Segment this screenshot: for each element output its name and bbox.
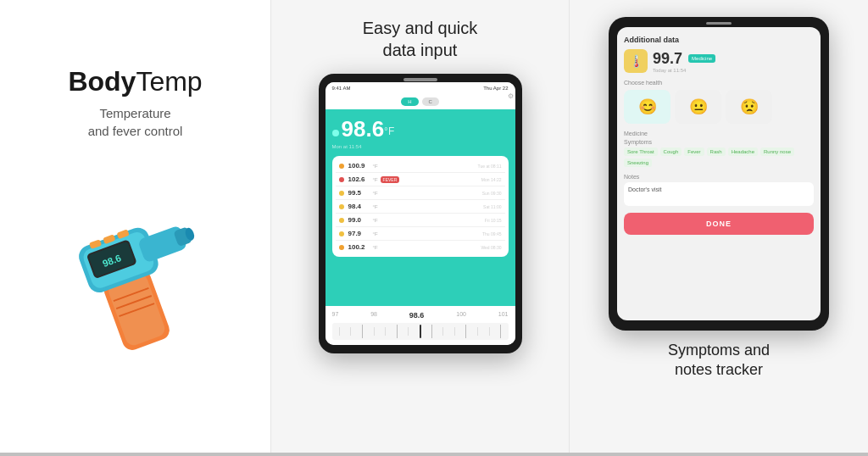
- dot-orange-2: [339, 245, 344, 250]
- brand-title: BodyTemp: [68, 67, 202, 97]
- brand-light: Temp: [136, 66, 202, 97]
- dot-yellow: [339, 191, 344, 196]
- panel-data-input: Easy and quick data input 9:41 AM Thu Ap…: [271, 0, 570, 453]
- tick: [477, 327, 478, 336]
- dot-red: [339, 177, 344, 182]
- tick: [454, 327, 455, 336]
- tablet-screen-1: 9:41 AM Thu Apr 22 H C ⚙ 98.6 °F Mo: [326, 82, 515, 345]
- tablet-mockup-1: 9:41 AM Thu Apr 22 H C ⚙ 98.6 °F Mo: [319, 74, 522, 353]
- emoji-neutral[interactable]: 😐: [675, 90, 721, 124]
- tablet-scale: 97 98 98.6 100 101: [326, 306, 515, 345]
- panel3-title: Symptoms and notes tracker: [668, 341, 770, 381]
- symptom-headache[interactable]: Headache: [728, 147, 758, 156]
- fever-badge: FEVER: [381, 176, 400, 183]
- additional-data-title: Additional data: [624, 36, 814, 44]
- tablet-notch-2: [706, 22, 732, 25]
- scale-current: 98.6: [409, 311, 425, 320]
- tablet-status-bar: 9:41 AM Thu Apr 22: [326, 82, 515, 94]
- tablet-tab-bar: H C ⚙: [326, 94, 515, 109]
- tick: [442, 327, 443, 336]
- tablet-mockup-2: Additional data 🌡️ 99.7 Medicine Today a…: [609, 17, 829, 331]
- medicine-label: Medicine: [624, 131, 814, 136]
- notes-box[interactable]: Doctor's visit: [624, 182, 814, 206]
- tablet-screen-2: Additional data 🌡️ 99.7 Medicine Today a…: [617, 27, 821, 320]
- main-temperature: 98.6: [342, 116, 385, 142]
- list-item: 100.9°F Tue at 08:11: [336, 159, 505, 173]
- main-temp-unit: °F: [384, 125, 394, 137]
- settings-icon[interactable]: ⚙: [508, 92, 514, 100]
- choose-health-label: Choose health: [624, 80, 814, 86]
- list-item: 100.2°F Wed 08:30: [336, 241, 505, 253]
- tab-chart[interactable]: C: [422, 97, 439, 106]
- tick-tall: [500, 325, 501, 338]
- symptom-runny-nose[interactable]: Runny nose: [760, 147, 794, 156]
- main-temp-date: Mon at 11:54: [332, 144, 509, 149]
- dot-green: [339, 204, 344, 209]
- list-item: 98.4°F Sat 11:00: [336, 200, 505, 214]
- display-temperature: 99.7: [653, 50, 682, 68]
- temp-sub-date: Today at 11:54: [653, 68, 715, 73]
- dot-green-2: [339, 231, 344, 236]
- tick: [489, 327, 490, 336]
- list-item: 99.5°F Sun 09:30: [336, 186, 505, 200]
- brand-subtitle: Temperature and fever control: [68, 104, 202, 140]
- medicine-pill: Medicine: [688, 54, 715, 63]
- main-container: BodyTemp Temperature and fever control: [0, 0, 868, 453]
- temp-dot-indicator: [332, 130, 339, 136]
- list-item: 97.9°F Thu 09:45: [336, 227, 505, 241]
- temp-display-row: 🌡️ 99.7 Medicine Today at 11:54: [624, 49, 814, 73]
- tablet-notch: [403, 78, 437, 81]
- status-date: Thu Apr 22: [483, 86, 508, 91]
- notes-text: Doctor's visit: [628, 186, 810, 192]
- list-item: 102.6°F FEVER Mon 14:22: [336, 173, 505, 186]
- temp-icon-box: 🌡️: [624, 49, 648, 73]
- dot-orange: [339, 164, 344, 169]
- symptom-sore-throat[interactable]: Sore Throat: [624, 147, 658, 156]
- symptom-rash[interactable]: Rash: [707, 147, 726, 156]
- tablet-content: 98.6 °F Mon at 11:54 100.9°F Tue at 08:1…: [326, 109, 515, 306]
- panel-symptoms: Additional data 🌡️ 99.7 Medicine Today a…: [570, 0, 868, 453]
- symptom-fever[interactable]: Fever: [684, 147, 704, 156]
- tick: [339, 327, 340, 336]
- tab-list[interactable]: H: [401, 97, 418, 106]
- brand-bold: Body: [68, 66, 136, 97]
- temp-info: 99.7 Medicine Today at 11:54: [653, 50, 715, 73]
- emoji-sad[interactable]: 😟: [726, 90, 772, 124]
- scale-numbers: 97 98 98.6 100 101: [332, 311, 509, 320]
- panel2-title: Easy and quick data input: [363, 17, 478, 61]
- scroll-bar[interactable]: [0, 453, 868, 456]
- tick-tall: [431, 325, 432, 338]
- symptom-cough[interactable]: Cough: [660, 147, 682, 156]
- notes-label: Notes: [624, 174, 814, 180]
- temperature-scale-bar[interactable]: [332, 323, 509, 340]
- tick: [350, 327, 351, 336]
- symptom-sneezing[interactable]: Sneezing: [624, 158, 652, 167]
- done-button[interactable]: DONE: [624, 213, 814, 235]
- temperature-list: 100.9°F Tue at 08:11 102.6°F FEVER Mon 1…: [332, 156, 509, 257]
- tick-tall: [397, 325, 398, 338]
- dot-yellow-2: [339, 218, 344, 223]
- list-item: 99.0°F Fri 10:15: [336, 214, 505, 227]
- scale-indicator: [420, 325, 421, 338]
- symptoms-tags: Sore Throat Cough Fever Rash Headache Ru…: [624, 147, 814, 167]
- symptoms-label: Symptoms: [624, 139, 814, 145]
- tick: [385, 327, 386, 336]
- tick: [408, 327, 409, 336]
- thermometer-illustration: 98.6: [51, 165, 220, 386]
- emoji-row: 😊 😐 😟: [624, 90, 814, 124]
- status-time: 9:41 AM: [332, 86, 351, 91]
- emoji-happy[interactable]: 😊: [624, 90, 670, 124]
- tick-tall: [465, 325, 466, 338]
- tick-tall: [362, 325, 363, 338]
- tick: [374, 327, 375, 336]
- panel-branding: BodyTemp Temperature and fever control: [0, 0, 271, 453]
